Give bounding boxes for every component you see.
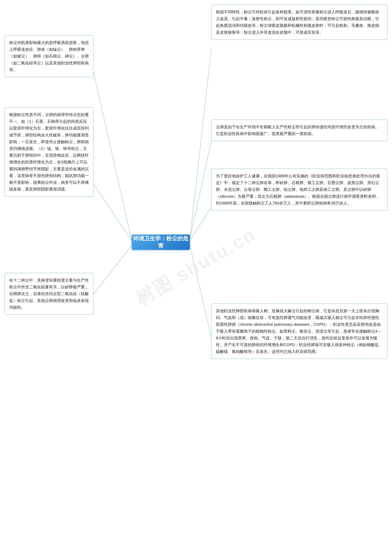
box-right-top-text: 根据不同特性，粉尘可对机体引起各种损害。如可溶性有毒粉尘进入呼吸道后，能很快被吸… [216,9,383,36]
box-left-mid: 根据粉尘性质不同，尘肺的病理学特点也轻重不一。如（1）石英、石棉所引起的间质反应… [5,107,93,196]
box-left-mid-text: 根据粉尘性质不同，尘肺的病理学特点也轻重不一。如（1）石英、石棉所引起的间质反应… [9,111,89,193]
svg-line-5 [190,207,211,241]
svg-line-1 [93,184,132,241]
svg-line-3 [190,49,211,239]
box-left-bottom-text: 在十二种尘中，其病变轻重程度主要与生产性粉尘中所含二氧化硅量有关，以矽肺最严重，… [9,277,89,311]
watermark: 树图 shutu.cn [0,0,392,533]
box-right-mid-text: 为了更好地保护工人健康，在我国1988年公布实施的《职业病范围和职业病患者处理办… [216,173,383,206]
box-right-mid: 为了更好地保护工人健康，在我国1988年公布实施的《职业病范围和职业病患者处理办… [211,169,387,210]
center-node-label: 环境卫生学：粉尘的危害 [132,235,190,249]
svg-line-0 [93,72,132,240]
svg-line-2 [93,245,132,294]
box-right-top: 根据不同特性，粉尘可对机体引起各种损害。如可溶性有毒粉尘进入呼吸道后，能很快被吸… [211,5,387,40]
box-left-top: 粉尘对机体影响最大的是呼吸系统损害，包括上呼吸道炎症、肺炎（如锰尘）、肺肉芽肿（… [5,35,93,77]
center-node: 环境卫生学：粉尘的危害 [132,234,190,250]
box-right-mid-top-text: 尘肺是由于在生产环境中长期吸入生产性粉尘而引起的肺弥漫性间质纤维性改变为主的疾病… [216,124,383,137]
box-right-mid-top: 尘肺是由于在生产环境中长期吸入生产性粉尘而引起的肺弥漫性间质纤维性改变为主的疾病… [211,119,387,141]
box-left-bottom: 在十二种尘中，其病变轻重程度主要与生产性粉尘中所含二氧化硅量有关，以矽肺最严重，… [5,273,93,315]
svg-line-6 [190,245,211,337]
box-right-bottom-text: 其他职业性肺部疾病有吸入棉、亚麻或大麻尘引起的棉尘病，它是休息后第一天上班未出现… [216,308,383,355]
box-right-bottom: 其他职业性肺部疾病有吸入棉、亚麻或大麻尘引起的棉尘病，它是休息后第一天上班未出现… [211,304,387,359]
svg-line-4 [190,141,211,239]
connectors-svg [0,0,392,533]
box-left-top-text: 粉尘对机体影响最大的是呼吸系统损害，包括上呼吸道炎症、肺炎（如锰尘）、肺肉芽肿（… [9,39,89,73]
